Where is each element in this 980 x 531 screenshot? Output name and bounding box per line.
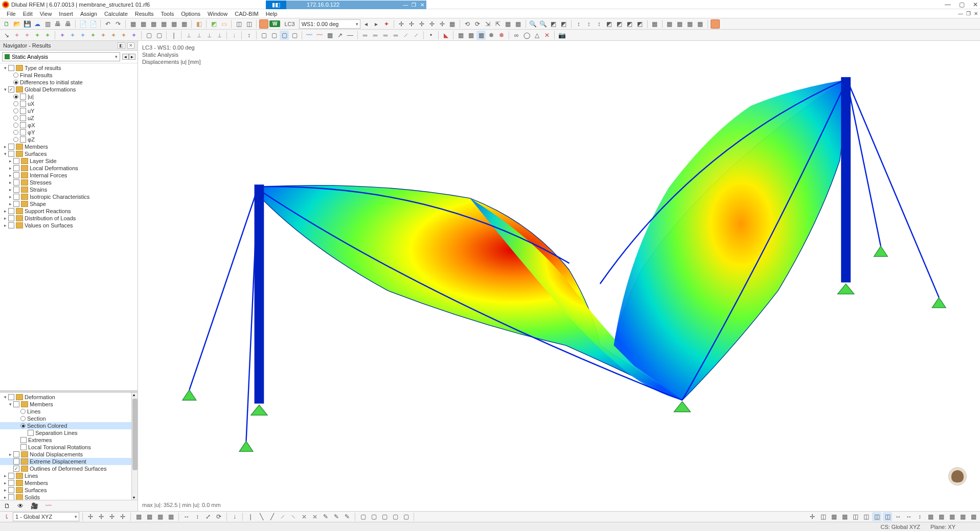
menu-assign[interactable]: Assign xyxy=(77,11,101,17)
t2-k[interactable]: ✦ xyxy=(109,31,118,40)
tree-node[interactable]: ▸Lines xyxy=(0,472,131,479)
view-x[interactable]: ↕ xyxy=(574,19,583,29)
tab-data-icon[interactable]: 🗋 xyxy=(2,501,12,511)
tree-node[interactable]: ▸Distribution of Loads xyxy=(0,215,138,222)
t2-w[interactable]: ▢ xyxy=(259,31,268,40)
view-yz[interactable]: ◩ xyxy=(615,19,624,29)
print-button[interactable]: 🖶 xyxy=(53,19,62,29)
bt-r16[interactable]: ▦ xyxy=(969,512,978,521)
tool-f[interactable]: ✢ xyxy=(438,19,447,29)
tree-node[interactable]: ▸Support Reactions xyxy=(0,207,138,215)
t2-ai[interactable]: ═ xyxy=(391,31,400,40)
t2-ab[interactable]: 〰 xyxy=(315,31,324,40)
grid6-button[interactable]: ▦ xyxy=(179,19,189,29)
menu-file[interactable]: File xyxy=(3,11,19,17)
tree-node[interactable]: Lines xyxy=(0,408,131,415)
report-button[interactable]: 📄 xyxy=(78,19,87,29)
bt-11[interactable]: ⤢ xyxy=(203,512,213,521)
display-button[interactable]: ▦ xyxy=(650,19,659,29)
menu-view[interactable]: View xyxy=(36,11,56,17)
tree-node[interactable]: ▸Nodal Displacements xyxy=(0,451,131,458)
t2-l[interactable]: ✦ xyxy=(119,31,128,40)
menu-options[interactable]: Options xyxy=(177,11,204,17)
tree-node[interactable]: ▸Strains xyxy=(0,186,138,193)
bt-24[interactable]: ▢ xyxy=(358,512,368,521)
bt-20[interactable]: ⤬ xyxy=(310,512,320,521)
bt-r12[interactable]: ▦ xyxy=(926,512,935,521)
tool-b[interactable]: ✢ xyxy=(397,19,406,29)
t2-as[interactable]: ∞ xyxy=(512,31,521,40)
tree-node[interactable]: φY xyxy=(0,129,138,136)
tree-node[interactable]: ▸Stresses xyxy=(0,179,138,186)
tool-c[interactable]: ✢ xyxy=(407,19,416,29)
zoom-window[interactable]: 🔍 xyxy=(539,19,548,29)
bt-r9[interactable]: ↔ xyxy=(894,512,903,521)
tree-node[interactable]: Extremes xyxy=(0,436,131,444)
bt-7[interactable]: ▦ xyxy=(155,512,165,521)
lc-prev-button[interactable]: ◂ xyxy=(361,19,371,29)
t2-p[interactable]: | xyxy=(169,31,178,40)
remote-tab-icon[interactable]: ▮◧ xyxy=(266,1,286,9)
tool-l[interactable]: ▦ xyxy=(504,19,513,29)
bt-21[interactable]: ✎ xyxy=(321,512,330,521)
t2-av[interactable]: ✕ xyxy=(542,31,552,40)
block-button[interactable]: ▥ xyxy=(43,19,52,29)
t2-i[interactable]: ✦ xyxy=(88,31,98,40)
tree-node[interactable]: Local Torsional Rotations xyxy=(0,444,131,451)
report2-button[interactable]: 📄 xyxy=(88,19,98,29)
t2-ac[interactable]: ▦ xyxy=(325,31,334,40)
bt-r1[interactable]: ✢ xyxy=(808,512,817,521)
redo-button[interactable]: ↷ xyxy=(113,19,123,29)
view-iso[interactable]: ◩ xyxy=(635,19,645,29)
menu-edit[interactable]: Edit xyxy=(19,11,36,17)
tree-node[interactable]: ▸Internal Forces xyxy=(0,172,138,179)
tree-node[interactable]: Differences to initial state xyxy=(0,79,138,86)
t2-aj[interactable]: ⟋ xyxy=(401,31,411,40)
t2-v[interactable]: ↕ xyxy=(244,31,254,40)
panel-pin-icon[interactable]: ◧ xyxy=(118,42,125,49)
menu-results[interactable]: Results xyxy=(131,11,157,17)
tree-node[interactable]: ▸Surfaces xyxy=(0,487,131,494)
t2-ao[interactable]: ▦ xyxy=(466,31,475,40)
t2-h[interactable]: ✦ xyxy=(78,31,87,40)
bt-26[interactable]: ▢ xyxy=(380,512,389,521)
tree-node[interactable]: uY xyxy=(0,107,138,114)
wireframe-button[interactable]: ▦ xyxy=(665,19,674,29)
bt-17[interactable]: ⟋ xyxy=(278,512,287,521)
bt-r15[interactable]: ▦ xyxy=(958,512,967,521)
tab-display-icon[interactable]: 👁 xyxy=(15,501,26,511)
minimize-button[interactable]: — xyxy=(945,1,951,8)
t2-b[interactable]: ✦ xyxy=(12,31,21,40)
grid3-button[interactable]: ▦ xyxy=(149,19,158,29)
menu-insert[interactable]: Insert xyxy=(55,11,77,17)
open-file-button[interactable]: 📂 xyxy=(12,19,21,29)
tab-views-icon[interactable]: 🎥 xyxy=(29,501,40,511)
tree-node[interactable]: ▾Members xyxy=(0,401,131,408)
t2-n[interactable]: ▢ xyxy=(144,31,153,40)
bt-2[interactable]: ✢ xyxy=(97,512,106,521)
analysis-prev[interactable]: ◂ xyxy=(122,54,129,60)
iso-view[interactable]: ◩ xyxy=(549,19,558,29)
lc-color-button[interactable] xyxy=(259,19,268,29)
results-tree[interactable]: ▾Type of resultsFinal ResultsDifferences… xyxy=(0,63,138,390)
bt-6[interactable]: ▦ xyxy=(145,512,154,521)
t2-a[interactable]: ↘ xyxy=(2,31,11,40)
t2-f[interactable]: ✦ xyxy=(58,31,67,40)
bt-r6[interactable]: ◫ xyxy=(861,512,871,521)
thickness-button[interactable]: ▭ xyxy=(219,19,229,29)
transparent-button[interactable]: ▦ xyxy=(686,19,695,29)
print-preview-button[interactable]: 🖶 xyxy=(63,19,73,29)
t2-s[interactable]: ⟂ xyxy=(204,31,214,40)
tree-node[interactable]: |u| xyxy=(0,93,138,100)
bt-14[interactable]: | xyxy=(246,512,255,521)
bt-r14[interactable]: ▦ xyxy=(947,512,956,521)
tree-node[interactable]: Section Colored xyxy=(0,422,131,429)
tree-node[interactable]: ▸Members xyxy=(0,143,138,150)
results-toggle-button[interactable]: ◫ xyxy=(234,19,243,29)
menu-tools[interactable]: Tools xyxy=(157,11,177,17)
t2-al[interactable]: • xyxy=(426,31,436,40)
bt-19[interactable]: ⤫ xyxy=(300,512,309,521)
bt-28[interactable]: ▢ xyxy=(401,512,411,521)
tree-node[interactable]: Section xyxy=(0,415,131,422)
tool-h[interactable]: ⟲ xyxy=(463,19,472,29)
